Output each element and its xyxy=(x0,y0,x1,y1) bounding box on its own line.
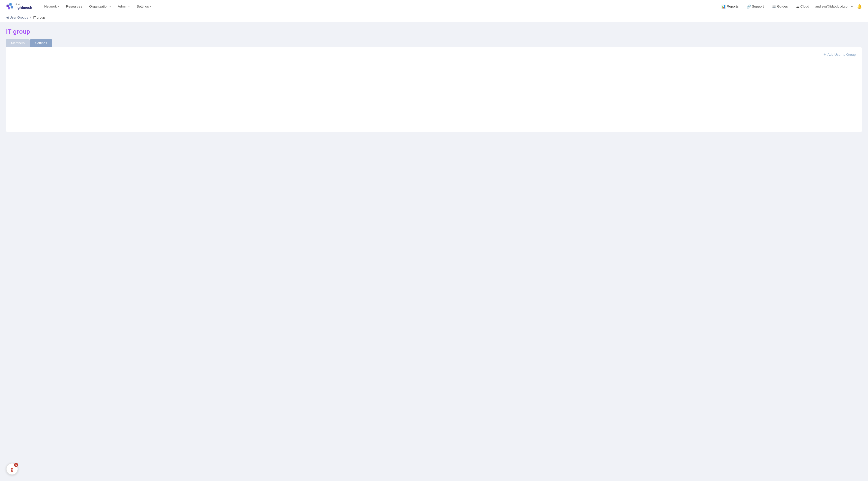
nav-right: 📊 Reports 🔗 Support 📖 Guides ☁ Cloud and… xyxy=(719,3,862,10)
svg-rect-0 xyxy=(6,4,9,7)
navbar: tidal lightmesh Network ▾ Resources Orga… xyxy=(0,0,868,13)
svg-rect-2 xyxy=(8,7,10,9)
nav-resources[interactable]: Resources xyxy=(63,3,85,10)
chevron-down-icon: ▾ xyxy=(128,5,130,8)
user-menu[interactable]: andrew@tidalcloud.com ▾ xyxy=(815,4,853,8)
nav-settings[interactable]: Settings ▾ xyxy=(134,3,154,10)
logo-icon xyxy=(6,3,13,10)
grammarly-badge: 6 xyxy=(14,463,18,467)
nav-links: Network ▾ Resources Organization ▾ Admin… xyxy=(41,3,719,10)
nav-support[interactable]: 🔗 Support xyxy=(745,3,766,10)
add-user-to-group-button[interactable]: + Add User to Group xyxy=(824,52,856,57)
nav-reports[interactable]: 📊 Reports xyxy=(719,3,740,10)
main-content: IT group ... Members Settings + Add User… xyxy=(0,22,868,138)
bell-icon[interactable]: 🔔 xyxy=(857,4,862,9)
breadcrumb: ◀ User Groups / IT group xyxy=(0,13,868,22)
chart-icon: 📊 xyxy=(721,4,725,8)
tabs-row: Members Settings xyxy=(6,39,862,47)
grammarly-widget[interactable]: g 6 xyxy=(6,463,18,475)
user-email: andrew@tidalcloud.com xyxy=(815,4,850,8)
cloud-icon: ☁ xyxy=(796,4,800,8)
breadcrumb-back-arrow: ◀ xyxy=(6,15,8,19)
chevron-down-icon: ▾ xyxy=(110,5,111,8)
svg-rect-3 xyxy=(11,6,13,8)
page-header: IT group ... xyxy=(6,28,862,35)
breadcrumb-current: IT group xyxy=(33,15,45,19)
guides-icon: 📖 xyxy=(772,4,776,8)
support-icon: 🔗 xyxy=(747,4,751,8)
chevron-down-icon: ▾ xyxy=(58,5,59,8)
tab-members[interactable]: Members xyxy=(6,39,30,47)
chevron-down-icon: ▾ xyxy=(150,5,151,8)
grammarly-letter: g xyxy=(10,466,13,472)
svg-rect-1 xyxy=(9,3,11,5)
tab-settings[interactable]: Settings xyxy=(30,39,52,47)
breadcrumb-separator: / xyxy=(30,16,31,19)
logo-text: tidal lightmesh xyxy=(16,3,32,9)
logo-link[interactable]: tidal lightmesh xyxy=(6,3,32,10)
content-card: + Add User to Group xyxy=(6,47,862,132)
nav-cloud[interactable]: ☁ Cloud xyxy=(794,3,811,10)
nav-organization[interactable]: Organization ▾ xyxy=(86,3,114,10)
chevron-down-icon: ▾ xyxy=(851,4,853,8)
brand-lightmesh: lightmesh xyxy=(16,6,32,9)
page-title: IT group xyxy=(6,28,30,35)
nav-network[interactable]: Network ▾ xyxy=(41,3,62,10)
nav-guides[interactable]: 📖 Guides xyxy=(770,3,790,10)
nav-admin[interactable]: Admin ▾ xyxy=(115,3,133,10)
plus-icon: + xyxy=(824,52,826,57)
more-options-button[interactable]: ... xyxy=(33,29,38,34)
breadcrumb-parent-link[interactable]: ◀ User Groups xyxy=(6,15,28,19)
